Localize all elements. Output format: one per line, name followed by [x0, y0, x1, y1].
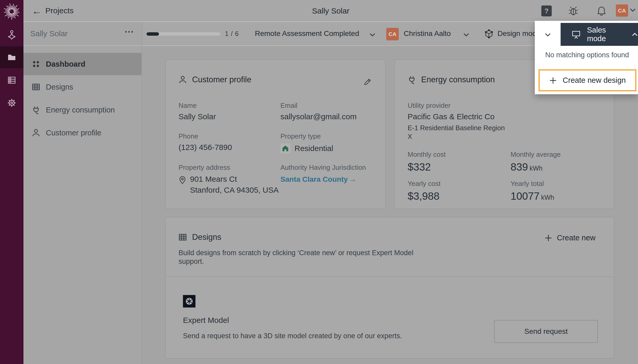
stat-monthly-average: Monthly average 839kWh [511, 150, 561, 173]
nav-header: Sally Solar ... [23, 22, 142, 46]
edit-pencil-icon[interactable] [363, 76, 372, 85]
rail-item-leads[interactable] [0, 24, 23, 46]
account-avatar[interactable]: CA [616, 4, 628, 17]
field-phone: Phone (123) 456-7890 [179, 132, 232, 152]
sidebar-item-label: Energy consumption [46, 106, 115, 114]
create-new-button[interactable]: Create new [544, 234, 596, 242]
card-title: Designs [192, 233, 221, 242]
customer-person-icon [178, 75, 187, 84]
dashboard-dots-icon [31, 59, 41, 69]
expert-model-description: Send a request to have a 3D site model c… [183, 332, 402, 340]
customer-person-icon [31, 128, 41, 137]
help-docs-button[interactable]: ? [541, 5, 552, 16]
sidebar-item-label: Customer profile [46, 129, 101, 137]
design-mode-cube-icon [484, 29, 494, 39]
app-rail [0, 0, 23, 364]
notifications-button[interactable] [596, 5, 607, 16]
energy-plug-icon [407, 75, 416, 84]
expert-model-badge [183, 295, 195, 307]
aurora-logo-icon [3, 3, 20, 20]
sidebar-item-dashboard[interactable]: Dashboard [23, 53, 142, 75]
question-mark-icon: ? [544, 7, 549, 15]
map-pin-icon [179, 176, 186, 185]
field-utility-provider: Utility provider Pacific Gas & Electric … [408, 102, 505, 141]
ahj-link[interactable]: Santa Clara County [280, 175, 348, 183]
dropdown-empty-message: No matching options found [545, 51, 629, 59]
presentation-screen-icon [571, 29, 581, 40]
settings-gear-icon [7, 98, 17, 108]
designs-grid-icon [31, 82, 41, 92]
expert-asterisk-icon [185, 297, 194, 306]
plus-icon [544, 234, 552, 242]
nav-project-name: Sally Solar [30, 29, 68, 38]
account-chevron-down-icon[interactable] [630, 8, 636, 12]
progress-bar [146, 32, 220, 36]
sidebar-item-designs[interactable]: Designs [23, 76, 142, 98]
rail-item-projects[interactable] [0, 46, 23, 68]
card-title: Customer profile [192, 75, 251, 84]
designs-grid-icon [178, 233, 187, 242]
stat-yearly-total: Yearly total 10077kWh [511, 180, 554, 202]
house-icon [282, 145, 289, 152]
ahj-link-arrow[interactable]: → [349, 175, 356, 183]
plus-icon [549, 77, 557, 84]
sales-mode-button[interactable]: Sales mode [561, 23, 638, 46]
records-server-icon [7, 75, 17, 85]
sales-mode-dropdown-panel: Sales mode No matching options found Cre… [535, 21, 638, 94]
stat-yearly-cost: Yearly cost $3,988 [408, 180, 441, 202]
progress-fill [146, 32, 159, 36]
bell-icon [596, 5, 607, 16]
field-name: Name Sally Solar [179, 102, 216, 121]
bug-report-button[interactable] [568, 5, 579, 16]
sales-mode-chevron-up-icon [632, 33, 638, 36]
rail-item-records[interactable] [0, 69, 23, 91]
sidebar-item-energy-consumption[interactable]: Energy consumption [23, 99, 142, 121]
project-more-button[interactable]: ... [125, 24, 134, 35]
design-mode-button[interactable]: Design mode [498, 29, 541, 38]
card-divider [166, 277, 614, 277]
leads-star-person-icon [7, 30, 17, 40]
field-property-type: Property type Residential [280, 132, 333, 153]
field-ahj: Authority Having Jurisdiction Santa Clar… [280, 164, 366, 184]
expert-model-title: Expert Model [183, 316, 229, 325]
sidebar-item-label: Dashboard [46, 60, 85, 68]
top-bar: ← Projects Sally Solar ? CA [23, 0, 638, 22]
field-property-address: Property address 901 Mears Ct Stanford, … [179, 164, 279, 194]
design-mode-chevron-down-icon[interactable] [545, 33, 551, 37]
house-chip [280, 143, 290, 153]
sidebar-item-label: Designs [46, 83, 73, 91]
send-request-button[interactable]: Send request [494, 320, 598, 343]
designs-card: Designs Create new Build designs from sc… [165, 217, 614, 359]
designs-description: Build designs from scratch by clicking ‘… [179, 249, 413, 266]
card-title: Energy consumption [421, 75, 495, 84]
owner-initials: CA [389, 31, 396, 37]
energy-plug-icon [31, 105, 41, 115]
projects-folder-icon [7, 52, 17, 62]
stat-monthly-cost: Monthly cost $332 [408, 150, 446, 173]
project-nav-panel: Sally Solar ... Dashboard Designs Energy… [23, 22, 142, 364]
status-dropdown[interactable]: Remote Assessment Completed [255, 29, 359, 38]
owner-chevron-down-icon[interactable] [463, 33, 469, 37]
customer-profile-card: Customer profile Name Sally Solar Email … [165, 59, 386, 209]
bug-icon [568, 5, 579, 16]
create-new-design-option[interactable]: Create new design [538, 69, 636, 91]
progress-label: 1 / 6 [225, 30, 239, 37]
sidebar-item-customer-profile[interactable]: Customer profile [23, 122, 142, 144]
owner-dropdown[interactable]: Christina Aalto [404, 29, 451, 38]
status-chevron-down-icon[interactable] [369, 33, 376, 37]
rail-item-settings[interactable] [0, 92, 23, 114]
field-email: Email sallysolar@gmail.com [280, 102, 357, 121]
owner-avatar[interactable]: CA [386, 28, 399, 40]
avatar-initials: CA [618, 8, 626, 14]
